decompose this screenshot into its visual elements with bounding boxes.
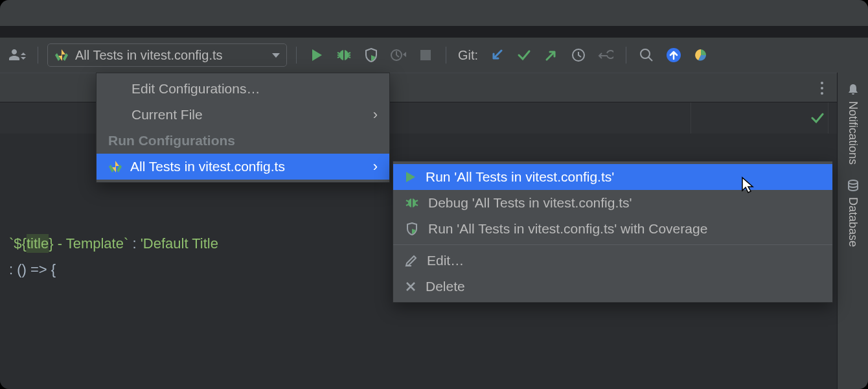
menu-label: Run Configurations	[108, 133, 235, 148]
run-icon	[405, 171, 417, 183]
svg-rect-9	[420, 50, 431, 60]
svg-line-4	[337, 56, 340, 58]
chevron-down-icon	[272, 53, 280, 58]
git-label: Git:	[458, 48, 478, 63]
chevron-right-icon: ›	[373, 106, 378, 123]
run-config-label: All Tests in vitest.config.ts	[75, 48, 223, 63]
ide-window: All Tests in vitest.config.ts Git:	[0, 0, 868, 389]
debug-button[interactable]	[333, 44, 355, 66]
git-rollback-button[interactable]	[595, 44, 617, 66]
code-text: `${	[9, 235, 27, 252]
code-text: title	[27, 234, 49, 253]
toolbar-separator	[38, 47, 38, 64]
code-text: } - Template`	[49, 235, 132, 252]
svg-line-2	[337, 53, 340, 54]
inspection-ok-icon[interactable]	[810, 112, 825, 124]
git-history-button[interactable]	[567, 44, 589, 66]
menu-section-header: Run Configurations	[97, 128, 389, 154]
menu-label: Run 'All Tests in vitest.config.ts'	[426, 169, 614, 185]
toolbar-separator	[296, 47, 297, 64]
svg-line-19	[415, 204, 418, 206]
main-toolbar: All Tests in vitest.config.ts Git:	[0, 38, 868, 73]
toolbar-separator	[626, 47, 626, 64]
submenu-delete[interactable]: Delete	[393, 274, 832, 300]
svg-line-3	[348, 53, 350, 54]
menu-label: Debug 'All Tests in vitest.config.ts'	[428, 195, 632, 211]
run-config-submenu: Run 'All Tests in vitest.config.ts' Debu…	[393, 161, 833, 303]
run-button[interactable]	[306, 44, 328, 66]
notifications-tool-button[interactable]: Notifications	[846, 83, 860, 165]
git-update-button[interactable]	[486, 44, 508, 66]
submenu-coverage[interactable]: Run 'All Tests in vitest.config.ts' with…	[393, 216, 832, 242]
search-everywhere-button[interactable]	[635, 44, 657, 66]
menu-label: Run 'All Tests in vitest.config.ts' with…	[428, 221, 707, 237]
menu-current-file[interactable]: Current File ›	[97, 102, 389, 128]
menu-label: Current File	[131, 107, 203, 123]
svg-point-11	[641, 49, 650, 58]
tab-more-icon[interactable]	[814, 80, 830, 97]
close-icon	[405, 281, 417, 292]
menu-divider	[393, 244, 832, 245]
code-with-me-icon[interactable]	[6, 44, 29, 66]
window-titlebar	[0, 0, 868, 26]
run-config-dropdown: Edit Configurations… Current File › Run …	[96, 73, 390, 183]
git-commit-button[interactable]	[513, 44, 535, 66]
sync-button[interactable]	[663, 44, 685, 66]
menu-label: Delete	[426, 279, 465, 294]
menu-label: All Tests in vitest.config.ts	[130, 159, 285, 174]
coverage-icon	[405, 222, 419, 236]
ide-services-button[interactable]	[690, 44, 712, 66]
coverage-button[interactable]	[360, 44, 382, 66]
edit-icon	[405, 254, 418, 267]
menu-label: Edit Configurations…	[131, 81, 260, 97]
svg-line-17	[415, 200, 418, 202]
svg-point-13	[849, 180, 858, 184]
database-label: Database	[846, 197, 860, 247]
right-tool-stripe: Notifications Database	[837, 73, 868, 389]
debug-icon	[405, 196, 419, 209]
toolbar-separator	[446, 47, 446, 64]
svg-line-5	[348, 56, 350, 58]
vitest-icon	[108, 159, 122, 174]
menu-edit-configurations[interactable]: Edit Configurations…	[97, 76, 389, 102]
stop-button[interactable]	[415, 44, 437, 66]
menu-run-config-item[interactable]: All Tests in vitest.config.ts ›	[97, 154, 389, 180]
submenu-run[interactable]: Run 'All Tests in vitest.config.ts'	[393, 164, 832, 190]
profiler-button[interactable]	[387, 44, 409, 66]
database-tool-button[interactable]: Database	[846, 179, 860, 247]
vitest-icon	[54, 48, 69, 62]
run-config-selector[interactable]: All Tests in vitest.config.ts	[47, 43, 287, 67]
menu-label: Edit…	[427, 253, 464, 268]
code-text: :	[132, 235, 140, 252]
svg-line-16	[406, 200, 409, 202]
submenu-debug[interactable]: Debug 'All Tests in vitest.config.ts'	[393, 190, 832, 216]
chevron-right-icon: ›	[373, 158, 378, 175]
notifications-label: Notifications	[846, 101, 860, 165]
code-text: 'Default Title	[141, 235, 218, 252]
git-push-button[interactable]	[540, 44, 562, 66]
submenu-edit[interactable]: Edit…	[393, 248, 832, 274]
svg-line-18	[406, 204, 409, 206]
